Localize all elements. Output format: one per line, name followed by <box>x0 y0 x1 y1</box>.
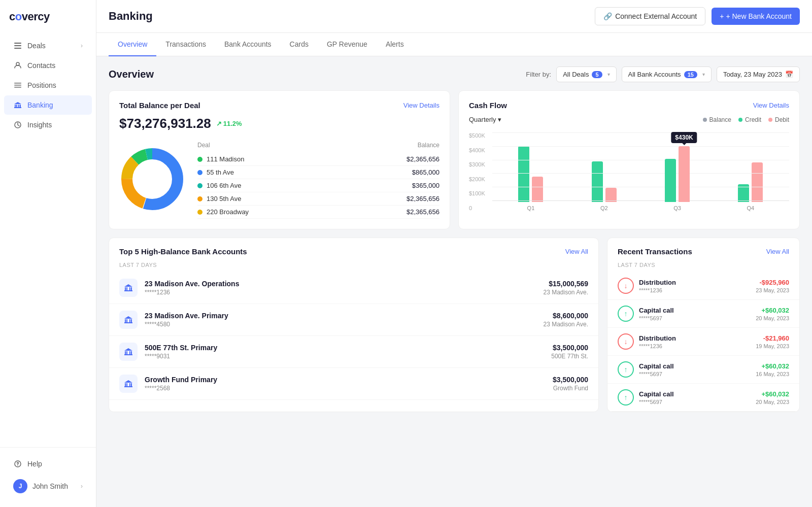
period-selector[interactable]: Quarterly ▾ <box>469 116 501 123</box>
new-bank-account-button[interactable]: + + New Bank Account <box>712 8 800 25</box>
q3-group: $430K Q3 <box>640 133 714 211</box>
svg-rect-32 <box>129 351 130 354</box>
tx-view-all[interactable]: View All <box>766 248 789 255</box>
sidebar-item-banking[interactable]: Banking <box>4 95 92 115</box>
logo-text: covercy <box>9 10 50 23</box>
banking-icon <box>13 100 22 110</box>
cashflow-view-details[interactable]: View Details <box>753 102 789 109</box>
section-header: Overview Filter by: All Deals 5 ▾ All Ba… <box>109 66 800 82</box>
svg-rect-30 <box>125 351 126 354</box>
q2-debit-bar <box>605 188 617 202</box>
svg-rect-23 <box>131 287 132 290</box>
cash-flow-chart: $500K $400K $300K $200K $100K 0 <box>469 127 789 219</box>
top-cards-grid: Total Balance per Deal View Details $73,… <box>109 90 800 229</box>
header-actions: 🔗 Connect External Account + + New Bank … <box>595 7 800 25</box>
bank-accounts-view-all[interactable]: View All <box>565 248 588 255</box>
svg-rect-33 <box>131 351 132 354</box>
link-icon: 🔗 <box>603 12 612 20</box>
tab-transactions[interactable]: Transactions <box>156 33 215 56</box>
svg-point-14 <box>17 465 18 466</box>
balance-legend-dot <box>703 118 707 122</box>
up-arrow-icon: ↗ <box>216 120 222 127</box>
legend-dot-1 <box>197 170 202 175</box>
tx-icon-3: ↑ <box>618 361 634 378</box>
recent-transactions-card: Recent Transactions View All LAST 7 DAYS… <box>607 238 800 412</box>
bottom-grid: Top 5 High-Balance Bank Accounts View Al… <box>109 238 800 412</box>
tab-gp-revenue[interactable]: GP Revenue <box>318 33 377 56</box>
cf-legend: Balance Credit Debit <box>703 116 789 123</box>
nav-menu: Deals › Contacts Positions Banking <box>0 36 96 135</box>
legend-debit: Debit <box>768 116 789 123</box>
q3-credit-bar <box>665 159 676 202</box>
bank-icon-1 <box>119 311 138 329</box>
q2-group: Q2 <box>567 133 640 211</box>
sidebar-item-help[interactable]: Help <box>4 454 92 474</box>
svg-rect-34 <box>124 354 132 355</box>
tab-cards[interactable]: Cards <box>281 33 318 56</box>
tab-bank-accounts[interactable]: Bank Accounts <box>215 33 281 56</box>
svg-rect-22 <box>129 287 130 290</box>
content-area: Overview Filter by: All Deals 5 ▾ All Ba… <box>96 56 812 507</box>
tx-icon-2: ↓ <box>618 333 634 350</box>
bank-accounts-card: Top 5 High-Balance Bank Accounts View Al… <box>109 238 599 412</box>
bank-icon-0 <box>119 279 138 297</box>
balance-amount: $73,276,931.28 ↗ 11.2% <box>119 116 439 131</box>
contacts-icon <box>13 61 22 70</box>
bank-icon-2 <box>119 343 138 361</box>
sidebar-item-positions[interactable]: Positions <box>4 76 92 95</box>
bars-area: Q1 Q2 <box>492 132 789 211</box>
donut-chart <box>119 146 185 212</box>
deals-icon <box>13 41 22 50</box>
tx-row-0: ↓ Distribution *****1236 -$925,960 23 Ma… <box>607 272 799 300</box>
legend-row-2: 106 6th Ave $365,000 <box>197 179 439 192</box>
deals-filter[interactable]: All Deals 5 ▾ <box>556 66 616 82</box>
bank-icon-3 <box>119 375 138 393</box>
svg-rect-8 <box>16 105 17 107</box>
legend-credit: Credit <box>738 116 761 123</box>
legend-row-4: 220 Broadway $2,365,656 <box>197 206 439 219</box>
insights-icon <box>13 120 22 129</box>
top-header: Banking 🔗 Connect External Account + + N… <box>96 0 812 33</box>
bank-accounts-header: Top 5 High-Balance Bank Accounts View Al… <box>109 238 598 262</box>
tx-row-1: ↑ Capital call *****5697 +$60,032 20 May… <box>607 300 799 328</box>
svg-point-3 <box>16 62 19 65</box>
credit-legend-dot <box>738 118 742 122</box>
connect-external-button[interactable]: 🔗 Connect External Account <box>595 7 705 25</box>
svg-rect-31 <box>126 351 127 354</box>
svg-rect-38 <box>131 383 132 386</box>
bank-row-1: 23 Madison Ave. Primary *****4580 $8,600… <box>109 304 598 336</box>
tx-row-3: ↑ Capital call *****5697 +$60,032 16 May… <box>607 356 799 384</box>
accounts-filter[interactable]: All Bank Accounts 15 ▾ <box>622 66 712 82</box>
cash-flow-card: Cash Flow View Details Quarterly ▾ Balan… <box>458 90 800 229</box>
sidebar-bottom: Help J John Smith › <box>0 447 96 507</box>
sidebar-item-contacts[interactable]: Contacts <box>4 56 92 75</box>
legend-balance: Balance <box>703 116 731 123</box>
tab-alerts[interactable]: Alerts <box>377 33 413 56</box>
tx-header: Recent Transactions View All <box>607 238 799 262</box>
svg-rect-36 <box>126 383 127 386</box>
sidebar-item-user[interactable]: J John Smith › <box>4 474 92 498</box>
sidebar-item-insights[interactable]: Insights <box>4 115 92 134</box>
cash-flow-header: Cash Flow View Details <box>469 101 789 110</box>
overview-title: Overview <box>109 69 154 80</box>
legend-row-3: 130 5th Ave $2,365,656 <box>197 192 439 206</box>
svg-rect-1 <box>14 45 21 46</box>
total-balance-header: Total Balance per Deal View Details <box>119 101 439 110</box>
sidebar-item-deals[interactable]: Deals › <box>4 36 92 55</box>
date-filter[interactable]: Today, 23 May 2023 📅 <box>717 66 800 82</box>
y-axis: $500K $400K $300K $200K $100K 0 <box>469 132 488 211</box>
legend-header: Deal Balance <box>197 140 439 151</box>
svg-rect-7 <box>15 105 16 107</box>
balance-view-details[interactable]: View Details <box>403 102 439 109</box>
sidebar: covercy Deals › Contacts Pos <box>0 0 96 507</box>
legend-dot-4 <box>197 210 202 215</box>
tx-row-4: ↑ Capital call *****5697 +$60,032 20 May… <box>607 384 799 412</box>
svg-rect-37 <box>129 383 130 386</box>
cf-controls: Quarterly ▾ Balance Credit <box>469 116 789 123</box>
main-content: Banking 🔗 Connect External Account + + N… <box>96 0 812 507</box>
tab-overview[interactable]: Overview <box>109 33 156 56</box>
plus-icon: + <box>720 12 724 20</box>
user-avatar-icon: J <box>13 479 27 493</box>
svg-rect-2 <box>14 48 21 49</box>
total-balance-card: Total Balance per Deal View Details $73,… <box>109 90 450 229</box>
